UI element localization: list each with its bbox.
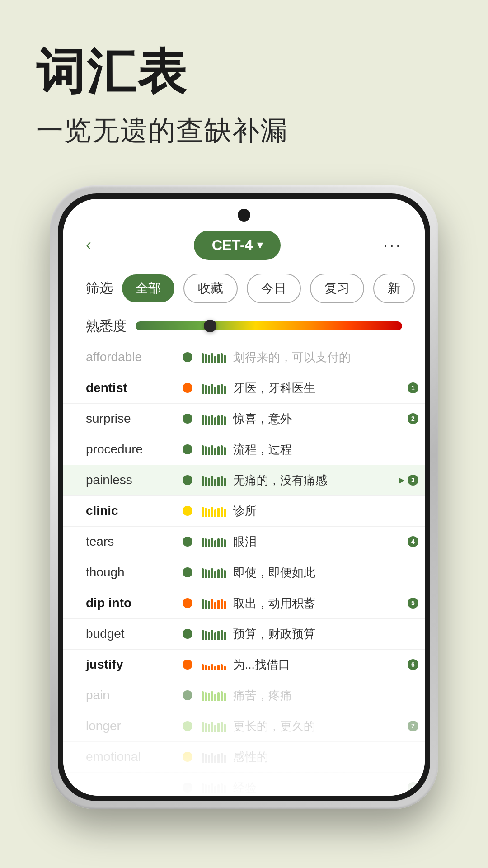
familiarity-bar[interactable] [136, 321, 402, 330]
word-text: dentist [86, 381, 176, 395]
hero-title-section: 词汇表 [0, 0, 488, 108]
filter-review-button[interactable]: 复习 [310, 274, 364, 303]
word-list: affordable [63, 342, 425, 796]
word-row[interactable]: dip into [63, 588, 425, 619]
word-row[interactable]: though [63, 557, 425, 588]
chapter-marker: 3 [408, 475, 418, 486]
word-meaning: 诊所 [229, 503, 402, 519]
progress-bars [202, 782, 226, 793]
word-row[interactable]: painless [63, 465, 425, 496]
word-meaning: 痛苦，疼痛 [229, 688, 402, 703]
word-meaning: 牙医，牙科医生 [229, 380, 402, 396]
familiarity-section: 熟悉度 [63, 312, 425, 342]
chapter-marker: 2 [408, 413, 418, 424]
subtitle-text: 一览无遗的查缺补漏 [36, 113, 452, 149]
familiarity-dot [183, 783, 192, 793]
word-row[interactable]: procedure [63, 434, 425, 465]
word-text: tears [86, 534, 176, 549]
phone-outer-frame: ‹ CET-4 ▾ ··· 筛选 全部 收藏 今日 [50, 185, 438, 809]
familiarity-dot [183, 660, 192, 670]
familiarity-dot [183, 629, 192, 639]
familiarity-dot [183, 537, 192, 547]
cet-selector[interactable]: CET-4 ▾ [194, 231, 281, 260]
familiarity-dot [183, 752, 192, 762]
word-text: pain [86, 688, 176, 703]
word-text: though [86, 565, 176, 580]
filter-favorites-button[interactable]: 收藏 [183, 274, 238, 303]
familiarity-thumb [204, 320, 216, 332]
word-meaning: 取出，动用积蓄 [229, 595, 402, 611]
familiarity-dot [183, 383, 192, 393]
filter-today-button[interactable]: 今日 [247, 274, 301, 303]
page-background: 词汇表 一览无遗的查缺补漏 ‹ CET-4 ▾ [0, 0, 488, 868]
progress-bars [202, 689, 226, 701]
filter-new-button[interactable]: 新 [373, 274, 415, 303]
back-button[interactable]: ‹ [86, 236, 91, 255]
word-row[interactable]: emotional [63, 742, 425, 773]
word-meaning: 更长的，更久的 [229, 718, 402, 734]
filter-label: 筛选 [86, 279, 113, 297]
progress-bars [202, 720, 226, 732]
filter-all-button[interactable]: 全部 [122, 274, 174, 302]
chapter-marker: 8 [408, 782, 418, 793]
word-meaning: 预算，财政预算 [229, 626, 402, 642]
word-row[interactable]: budget [63, 619, 425, 650]
word-meaning: 惊喜，意外 [229, 411, 402, 427]
play-icon[interactable]: ▶ [399, 475, 405, 485]
progress-bars [202, 628, 226, 640]
word-row[interactable]: dentist [63, 373, 425, 404]
familiarity-dot [183, 352, 192, 362]
word-text: clinic [86, 504, 176, 518]
familiarity-dot [183, 475, 192, 485]
chapter-marker: 6 [408, 659, 418, 670]
word-meaning: 流程，过程 [229, 442, 402, 458]
progress-bars [202, 597, 226, 609]
word-meaning: 为...找借口 [229, 657, 402, 673]
progress-bars [202, 751, 226, 763]
progress-bars [202, 566, 226, 578]
familiarity-label: 熟悉度 [86, 317, 127, 335]
word-row[interactable]: clinic [63, 496, 425, 527]
chapter-marker: 1 [408, 382, 418, 393]
word-text: affordable [86, 350, 176, 364]
word-meaning: 即使，即便如此 [229, 565, 402, 580]
word-meaning: 划得来的，可以支付的 [229, 349, 402, 365]
word-text: procedure [86, 442, 176, 457]
word-text: painless [86, 473, 176, 487]
familiarity-dot [183, 567, 192, 577]
familiarity-dot [183, 598, 192, 608]
more-options-button[interactable]: ··· [383, 236, 402, 255]
cet-label: CET-4 [212, 237, 253, 254]
main-title: 词汇表 [36, 45, 452, 99]
word-row[interactable]: tears [63, 527, 425, 557]
word-row[interactable]: surprise [63, 404, 425, 434]
word-text: emotional [86, 750, 176, 764]
word-row[interactable]: longer [63, 711, 425, 742]
chapter-marker: 4 [408, 536, 418, 547]
chapter-marker: 7 [408, 721, 418, 731]
progress-bars [202, 474, 226, 486]
word-row[interactable]: 经验 8 [63, 773, 425, 796]
familiarity-dot [183, 444, 192, 454]
word-meaning: 眼泪 [229, 534, 402, 550]
word-text: budget [86, 627, 176, 641]
chevron-down-icon: ▾ [257, 239, 263, 251]
word-row[interactable]: justify [63, 650, 425, 680]
phone-mockup: ‹ CET-4 ▾ ··· 筛选 全部 收藏 今日 [50, 185, 438, 809]
phone-screen: ‹ CET-4 ▾ ··· 筛选 全部 收藏 今日 [63, 199, 425, 796]
word-row[interactable]: affordable [63, 342, 425, 373]
word-text: longer [86, 719, 176, 733]
hero-subtitle-section: 一览无遗的查缺补漏 [0, 108, 488, 176]
word-meaning: 经验 [229, 780, 402, 796]
familiarity-dot [183, 414, 192, 424]
familiarity-dot [183, 690, 192, 700]
progress-bars [202, 351, 226, 363]
progress-bars [202, 413, 226, 425]
progress-bars [202, 536, 226, 547]
progress-bars [202, 382, 226, 394]
progress-bars [202, 443, 226, 455]
word-row[interactable]: pain [63, 680, 425, 711]
word-meaning: 无痛的，没有痛感 [229, 472, 402, 488]
progress-bars [202, 505, 226, 517]
camera-hole [238, 209, 250, 222]
